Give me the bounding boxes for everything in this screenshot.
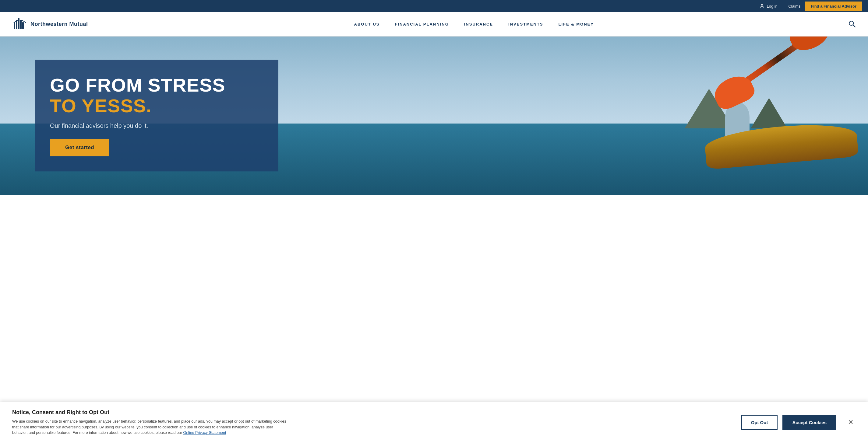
kayak-paddle	[735, 36, 808, 90]
logo-icon	[12, 17, 27, 32]
hero-section: GO FROM STRESS TO YESSS. Our financial a…	[0, 36, 868, 195]
svg-line-7	[853, 25, 855, 27]
svg-rect-1	[14, 22, 15, 29]
hero-headline-2: TO YESSS.	[50, 96, 263, 116]
hero-content-box: GO FROM STRESS TO YESSS. Our financial a…	[35, 60, 278, 171]
nav-investments[interactable]: INVESTMENTS	[508, 22, 543, 27]
login-button[interactable]: Log in	[759, 3, 777, 9]
find-advisor-button[interactable]: Find a Financial Advisor	[805, 2, 862, 11]
nav-links: ABOUT US FINANCIAL PLANNING INSURANCE IN…	[100, 22, 848, 27]
hero-subtext: Our financial advisors help you do it.	[50, 123, 263, 130]
hero-scene	[330, 36, 868, 195]
nav-insurance[interactable]: INSURANCE	[464, 22, 493, 27]
get-started-button[interactable]: Get started	[50, 139, 109, 157]
hero-headline-1: GO FROM STRESS	[50, 75, 263, 96]
search-button[interactable]	[848, 20, 856, 29]
search-icon	[848, 20, 856, 28]
mountain-right	[751, 98, 787, 128]
svg-point-0	[761, 4, 763, 6]
logo-text: Northwestern Mutual	[30, 21, 88, 27]
main-navigation: Northwestern Mutual ABOUT US FINANCIAL P…	[0, 12, 868, 36]
utility-bar: Log in | Claims Find a Financial Advisor	[0, 0, 868, 12]
nav-separator: |	[782, 4, 784, 8]
svg-rect-4	[20, 20, 22, 29]
svg-rect-5	[22, 22, 24, 29]
nav-life-money[interactable]: LIFE & MONEY	[559, 22, 594, 27]
claims-link[interactable]: Claims	[788, 4, 800, 8]
logo-link[interactable]: Northwestern Mutual	[12, 17, 88, 32]
nav-about-us[interactable]: ABOUT US	[354, 22, 380, 27]
login-label: Log in	[767, 4, 777, 8]
nav-financial-planning[interactable]: FINANCIAL PLANNING	[395, 22, 448, 27]
